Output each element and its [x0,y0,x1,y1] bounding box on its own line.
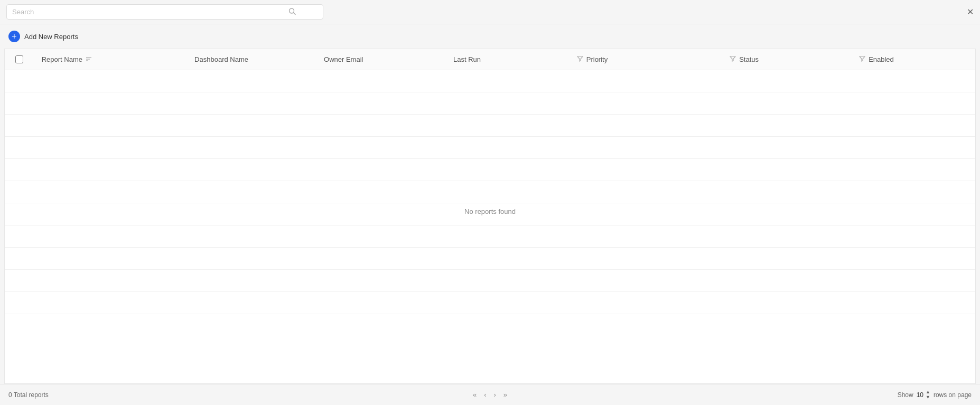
checkbox-header [5,49,34,70]
owner-email-header: Owner Email [316,49,446,70]
report-name-header[interactable]: Report Name [34,49,187,70]
rows-on-page-control: Show 10 ▲ ▼ rows on page [898,390,972,400]
empty-rows [5,70,975,314]
empty-row [5,70,975,92]
select-all-checkbox[interactable] [15,55,23,63]
rows-stepper[interactable]: ▲ ▼ [926,390,930,400]
enabled-header[interactable]: Enabled [852,49,975,70]
empty-row [5,270,975,292]
dashboard-name-label: Dashboard Name [194,55,248,63]
priority-label: Priority [586,55,608,63]
enabled-filter-icon [859,55,865,63]
search-input[interactable] [6,4,323,20]
reports-table: Report Name Dashboard Name [5,49,975,70]
owner-email-label: Owner Email [324,55,363,63]
sort-icon [86,56,92,63]
empty-row [5,292,975,314]
priority-filter-icon [577,55,583,63]
empty-row [5,225,975,248]
table-header: Report Name Dashboard Name [5,49,975,70]
last-run-header: Last Run [446,49,570,70]
add-icon: + [8,31,20,42]
empty-row [5,137,975,159]
rows-on-page-label: rows on page [934,391,972,399]
enabled-label: Enabled [869,55,894,63]
empty-row [5,181,975,203]
report-name-label: Report Name [42,55,82,63]
status-header[interactable]: Status [722,49,852,70]
empty-message: No reports found [464,207,516,215]
dashboard-name-header: Dashboard Name [187,49,316,70]
toolbar: + Add New Reports [0,24,980,49]
close-button[interactable]: ✕ [967,8,974,16]
page-container: ✕ + Add New Reports Report Name [0,0,980,405]
empty-row [5,92,975,115]
search-bar: ✕ [0,0,980,24]
priority-header[interactable]: Priority [570,49,722,70]
add-new-reports-button[interactable]: + Add New Reports [8,31,78,42]
empty-row [5,159,975,181]
status-filter-icon [730,55,736,63]
last-run-label: Last Run [453,55,481,63]
table-container: Report Name Dashboard Name [4,49,976,384]
last-page-button[interactable]: » [501,390,509,399]
rows-up-arrow[interactable]: ▲ [926,390,930,394]
next-page-button[interactable]: › [492,390,498,399]
show-label: Show [898,391,913,399]
empty-row [5,248,975,270]
table-body-area: No reports found [5,70,975,383]
add-new-label: Add New Reports [24,33,78,41]
rows-value-control[interactable]: 10 ▲ ▼ [917,390,930,400]
search-icon [288,7,296,16]
prev-page-button[interactable]: ‹ [482,390,488,399]
svg-line-1 [294,13,296,15]
pagination-controls: « ‹ › » [471,390,509,399]
total-reports-label: 0 Total reports [8,391,49,399]
first-page-button[interactable]: « [471,390,479,399]
empty-row [5,115,975,137]
rows-down-arrow[interactable]: ▼ [926,395,930,400]
status-label: Status [739,55,759,63]
footer: 0 Total reports « ‹ › » Show 10 ▲ ▼ rows… [0,384,980,405]
rows-count-value: 10 [917,391,923,399]
